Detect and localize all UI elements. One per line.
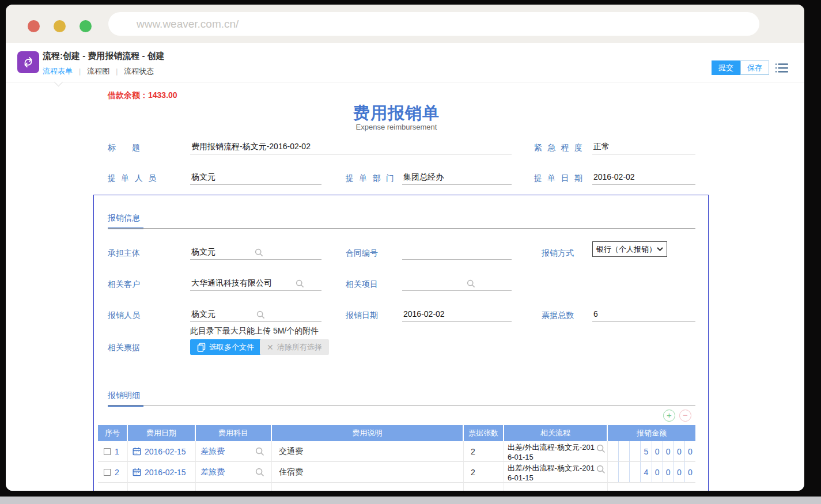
person-label: 报销人员 [108,310,140,321]
bearer-field[interactable]: 杨文元 [190,245,321,260]
amount-digit-cell[interactable]: 4 [640,462,651,482]
amount-digit-cell[interactable]: 0 [652,462,663,482]
applicant-label: 提单人员 [108,173,156,184]
department-field[interactable]: 集团总经办 [402,170,512,185]
expense-date-value: 2016-02-02 [402,309,445,319]
amount-digit-cell[interactable]: 0 [663,462,674,482]
row-checkbox[interactable] [104,469,111,476]
amount-digit-cell[interactable]: 0 [663,441,674,461]
invoice-count-cell[interactable]: 2 [471,468,475,477]
amount-digit-cell[interactable] [608,441,618,461]
tab-workflow-chart[interactable]: 流程图 [87,66,109,77]
plus-circle-icon[interactable]: + [663,410,675,422]
invoice-total-value: 6 [592,309,598,319]
col-seq: 序号 [98,425,128,441]
title-field[interactable]: 费用报销流程-杨文元-2016-02-02 [190,139,512,154]
urgency-field[interactable]: 正常 [592,139,695,154]
tab-separator: | [116,67,118,75]
method-select[interactable]: 银行（个人报销） [592,241,667,257]
project-value [402,278,403,287]
calendar-icon[interactable] [133,447,141,456]
col-desc: 费用说明 [272,425,464,441]
select-files-button[interactable]: 选取多个文件 [190,339,261,355]
expense-date-cell[interactable]: 2016-02-15 [145,447,186,456]
amount-digit-cell[interactable] [629,462,640,482]
bearer-search-icon[interactable] [255,247,263,262]
address-bar[interactable]: www.weaver.com.cn/ [108,12,759,36]
customer-value: 大华通讯科技有限公司 [190,278,272,287]
invoice-count-cell[interactable]: 2 [471,447,475,456]
expense-date-cell[interactable]: 2016-02-15 [145,468,186,477]
submit-button[interactable]: 提交 [712,60,740,75]
invoice-total-field[interactable]: 6 [592,307,695,322]
clear-selection-button[interactable]: ✕ 清除所有选择 [260,339,329,355]
amount-digit-cell[interactable] [618,462,629,482]
page-title: 流程:创建 - 费用报销流程 - 创建 [43,51,165,62]
desktop-background-strip [0,497,821,504]
document-subtitle: Expense reimbursement [6,123,787,131]
detail-section-header: 报销明细 [108,390,695,407]
urgency-label: 紧急程度 [534,143,582,153]
urgency-value: 正常 [592,142,610,151]
calendar-icon[interactable] [133,468,141,476]
expense-date-field[interactable]: 2016-02-02 [402,307,512,322]
table-header-row: 序号 费用日期 费用科目 费用说明 票据张数 相关流程 报销金额 [98,425,695,441]
search-icon[interactable] [255,447,264,456]
col-subject: 费用科目 [196,425,272,441]
amount-digit-cell[interactable] [608,462,618,482]
tab-workflow-status[interactable]: 流程状态 [124,66,154,77]
app-header: 流程:创建 - 费用报销流程 - 创建 流程表单 | 流程图 | 流程状态 [6,43,804,82]
amount-digit-cell[interactable] [629,441,640,461]
fullscreen-button[interactable] [80,20,92,32]
department-value: 集团总经办 [402,172,444,181]
row-checkbox[interactable] [104,448,111,455]
project-search-icon[interactable] [467,278,475,293]
close-button[interactable] [28,20,40,32]
customer-search-icon[interactable] [296,278,304,293]
apply-date-field[interactable]: 2016-02-02 [592,170,695,185]
workflow-sync-icon [17,51,39,73]
info-section-header: 报销信息 [108,213,695,229]
amount-digit-cell[interactable] [618,441,629,461]
minus-circle-icon[interactable]: − [679,410,691,422]
attachment-label: 相关票据 [108,343,140,353]
method-value: 银行（个人报销） [596,244,656,255]
amount-digit-cell[interactable]: 0 [674,462,684,482]
applicant-value: 杨文元 [190,172,215,181]
project-field[interactable] [402,276,512,291]
amount-digit-cell[interactable]: 0 [674,441,684,461]
contract-value [402,247,403,256]
expense-desc-cell[interactable]: 交通费 [279,446,303,457]
list-menu-icon[interactable] [775,63,788,73]
person-value: 杨文元 [190,309,215,319]
person-search-icon[interactable] [256,309,265,324]
minimize-button[interactable] [54,20,66,32]
amount-digit-cell[interactable]: 5 [640,441,651,461]
expense-subject-cell[interactable]: 差旅费 [200,446,225,457]
applicant-field[interactable]: 杨文元 [190,170,321,185]
amount-digit-cell[interactable]: 0 [684,462,695,482]
tab-workflow-form[interactable]: 流程表单 [43,66,73,77]
browser-chrome: www.weaver.com.cn/ [6,5,804,43]
search-icon[interactable] [596,465,606,474]
address-bar-url: www.weaver.com.cn/ [137,18,239,30]
tab-separator: | [79,67,81,75]
amount-digit-cell[interactable]: 0 [652,441,663,461]
expense-subject-cell[interactable]: 差旅费 [200,467,225,478]
expense-desc-cell[interactable]: 住宿费 [279,467,303,478]
row-index: 1 [115,447,119,456]
bearer-value: 杨文元 [190,247,215,256]
contract-field[interactable] [402,245,512,260]
search-icon[interactable] [255,468,264,477]
person-field[interactable]: 杨文元 [190,307,321,322]
customer-field[interactable]: 大华通讯科技有限公司 [190,276,321,291]
method-label: 报销方式 [542,248,574,259]
related-flow-cell[interactable]: 出差/外出流程-杨文元-2016-01-15 [508,443,595,461]
amount-digit-cell[interactable]: 0 [684,441,695,461]
table-row: 1 2016-02-15 差旅费 交通费 2 出差/外出流程-杨文元-2016-… [98,441,695,462]
loan-balance-notice: 借款余额：1433.00 [108,90,177,101]
search-icon[interactable] [596,444,606,453]
related-flow-cell[interactable]: 出差/外出流程-杨文元-2016-01-15 [508,464,595,482]
x-icon: ✕ [267,343,274,352]
save-button[interactable]: 保存 [740,60,769,75]
